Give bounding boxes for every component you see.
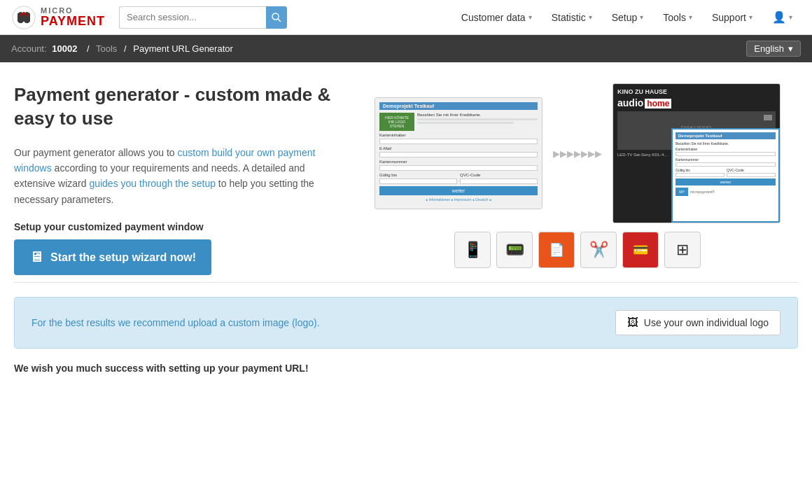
chevron-down-icon: ▾ (528, 13, 532, 21)
nav-item-tools[interactable]: Tools ▾ (654, 0, 701, 35)
svg-point-1 (272, 13, 279, 20)
icon-scissors: ✂️ (580, 232, 617, 268)
account-label: Account: (11, 43, 47, 54)
chevron-down-icon: ▾ (689, 13, 692, 21)
svg-line-2 (278, 19, 281, 22)
page-title: Payment generator - custom made & easy t… (14, 83, 336, 131)
navbar: MICRO PAYMENT Customer data ▾ Statistic … (0, 0, 812, 35)
icon-document: 📄 (538, 232, 575, 268)
wizard-icon: 🖥 (29, 249, 43, 265)
logo-banner: For the best results we recommend upload… (14, 297, 798, 349)
nav-item-support[interactable]: Support ▾ (704, 0, 761, 35)
search-area (119, 6, 287, 29)
breadcrumb-bar: Account: 10002 / Tools / Payment URL Gen… (0, 35, 812, 62)
account-number: 10002 (52, 43, 77, 54)
chevron-down-icon: ▾ (789, 13, 792, 21)
nav-items: Customer data ▾ Statistic ▾ Setup ▾ Tool… (453, 0, 801, 35)
arrow-icon: ▶▶▶▶▶▶▶ (553, 148, 602, 159)
custom-build-link[interactable]: custom build your own payment windows (14, 147, 315, 174)
user-icon: 👤 (772, 10, 786, 24)
main-content: Payment generator - custom made & easy t… (0, 62, 812, 388)
logo-payment: PAYMENT (41, 15, 105, 27)
arrows-middle: ▶▶▶▶▶▶▶ (550, 148, 606, 159)
nav-item-user[interactable]: 👤 ▾ (764, 0, 801, 35)
logo-icon (11, 5, 36, 30)
breadcrumb: Account: 10002 / Tools / Payment URL Gen… (11, 43, 233, 54)
screenshot-right: KINO ZU HAUSE audiohome DISKUSSIORUND UM… (612, 83, 780, 223)
icon-tablet: 📟 (496, 232, 533, 268)
search-button[interactable] (266, 6, 287, 29)
logo-area: MICRO PAYMENT (11, 5, 105, 30)
chevron-down-icon: ▾ (788, 43, 793, 54)
search-icon (272, 13, 281, 22)
nav-item-setup[interactable]: Setup ▾ (603, 0, 652, 35)
chevron-down-icon: ▾ (589, 13, 592, 21)
nav-item-customer-data[interactable]: Customer data ▾ (453, 0, 540, 35)
icon-grid: ⊞ (664, 232, 701, 268)
guides-link[interactable]: guides you through the setup (89, 178, 216, 189)
breadcrumb-current: Payment URL Generator (133, 43, 233, 54)
divider (14, 282, 798, 283)
right-panel: Demoprojekt Testkauf HIER KÖNNTEIHR LOGO… (357, 83, 798, 268)
content-grid: Payment generator - custom made & easy t… (14, 83, 798, 275)
search-input[interactable] (119, 6, 266, 29)
image-icon: 🖼 (627, 316, 638, 329)
wizard-button-label: Start the setup wizard now! (50, 251, 196, 264)
description: Our payment generator allows you to cust… (14, 145, 336, 208)
screenshot-left: Demoprojekt Testkauf HIER KÖNNTEIHR LOGO… (374, 97, 542, 209)
success-text: We wish you much success with setting up… (14, 363, 798, 374)
icon-row: 📱 📟 📄 ✂️ 💳 ⊞ (454, 232, 701, 268)
logo-upload-button[interactable]: 🖼 Use your own individual logo (615, 310, 780, 335)
language-selector[interactable]: English ▾ (746, 41, 801, 57)
logo-banner-text: For the best results we recommend upload… (31, 317, 601, 328)
chevron-down-icon: ▾ (749, 13, 752, 21)
wizard-button[interactable]: 🖥 Start the setup wizard now! (14, 239, 211, 275)
logo-upload-label: Use your own individual logo (644, 317, 769, 328)
icon-creditcard: 💳 (622, 232, 659, 268)
language-label: English (754, 43, 784, 54)
icon-phone: 📱 (454, 232, 491, 268)
logo-text: MICRO PAYMENT (41, 7, 105, 27)
left-panel: Payment generator - custom made & easy t… (14, 83, 336, 275)
chevron-down-icon: ▾ (640, 13, 643, 21)
breadcrumb-tools[interactable]: Tools (96, 43, 117, 54)
screenshots-row: Demoprojekt Testkauf HIER KÖNNTEIHR LOGO… (374, 83, 780, 223)
setup-label: Setup your customized payment window (14, 221, 336, 232)
nav-item-statistic[interactable]: Statistic ▾ (543, 0, 601, 35)
